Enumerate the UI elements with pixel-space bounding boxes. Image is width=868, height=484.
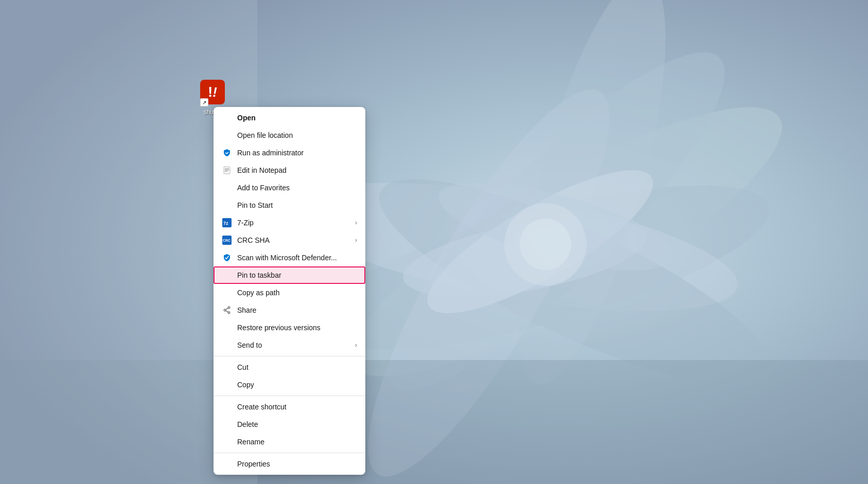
menu-item-scan-defender[interactable]: Scan with Microsoft Defender... — [214, 249, 365, 266]
app-icon-text: ! — [212, 84, 217, 100]
crc-sha-icon: CRC — [222, 235, 232, 245]
menu-separator-after-rename — [214, 453, 365, 453]
open-label: Open — [237, 114, 357, 122]
restore-versions-icon-empty — [222, 322, 232, 333]
properties-icon-empty — [222, 459, 232, 469]
menu-item-share[interactable]: Share — [214, 301, 365, 319]
menu-item-copy[interactable]: Copy — [214, 376, 365, 393]
menu-separator-after-copy — [214, 396, 365, 396]
rename-icon-empty — [222, 437, 232, 447]
svg-point-25 — [224, 309, 226, 311]
menu-item-copy-as-path[interactable]: Copy as path — [214, 284, 365, 301]
create-shortcut-icon-empty — [222, 402, 232, 412]
menu-item-pin-taskbar[interactable]: Pin to taskbar — [214, 266, 365, 284]
rename-label: Rename — [237, 438, 357, 446]
scan-defender-icon — [222, 253, 232, 263]
open-icon-empty — [222, 113, 232, 123]
menu-item-send-to[interactable]: Send to› — [214, 336, 365, 354]
menu-item-7zip[interactable]: 7z7-Zip› — [214, 214, 365, 231]
add-favorites-label: Add to Favorites — [237, 184, 357, 192]
svg-line-26 — [226, 308, 228, 310]
svg-text:7z: 7z — [223, 221, 228, 226]
svg-point-23 — [228, 307, 230, 309]
menu-separator-after-send-to — [214, 356, 365, 356]
svg-line-27 — [226, 311, 228, 312]
pin-to-start-label: Pin to Start — [237, 201, 357, 209]
cut-icon-empty — [222, 362, 232, 372]
7zip-icon: 7z — [222, 218, 232, 228]
crc-sha-arrow-icon: › — [355, 237, 357, 244]
crc-sha-label: CRC SHA — [237, 236, 350, 244]
send-to-label: Send to — [237, 341, 350, 349]
menu-item-pin-to-start[interactable]: Pin to Start — [214, 196, 365, 214]
menu-item-open-file-location[interactable]: Open file location — [214, 127, 365, 144]
desktop-icon-image: ! ↗ — [200, 80, 227, 106]
open-file-location-label: Open file location — [237, 131, 357, 139]
pin-taskbar-icon-empty — [222, 270, 232, 280]
delete-label: Delete — [237, 420, 357, 428]
share-icon — [222, 305, 232, 315]
delete-icon-empty — [222, 419, 232, 429]
menu-item-open[interactable]: Open — [214, 109, 365, 127]
menu-item-delete[interactable]: Delete — [214, 416, 365, 433]
send-to-arrow-icon: › — [355, 342, 357, 349]
edit-notepad-label: Edit in Notepad — [237, 166, 357, 174]
scan-defender-label: Scan with Microsoft Defender... — [237, 254, 357, 262]
menu-item-crc-sha[interactable]: CRCCRC SHA› — [214, 231, 365, 249]
share-label: Share — [237, 306, 357, 314]
pin-taskbar-label: Pin to taskbar — [237, 271, 357, 279]
send-to-icon-empty — [222, 340, 232, 350]
menu-item-cut[interactable]: Cut — [214, 358, 365, 376]
shortcut-arrow-icon: ↗ — [200, 98, 208, 106]
background-svg — [0, 0, 868, 484]
run-as-admin-label: Run as administrator — [237, 149, 357, 157]
open-file-location-icon-empty — [222, 130, 232, 140]
menu-item-create-shortcut[interactable]: Create shortcut — [214, 398, 365, 416]
menu-item-rename[interactable]: Rename — [214, 433, 365, 451]
restore-versions-label: Restore previous versions — [237, 324, 357, 332]
edit-notepad-icon — [222, 165, 232, 175]
menu-item-properties[interactable]: Properties — [214, 455, 365, 473]
create-shortcut-label: Create shortcut — [237, 403, 357, 411]
add-favorites-icon-empty — [222, 183, 232, 193]
copy-icon-empty — [222, 380, 232, 390]
context-menu: OpenOpen file locationRun as administrat… — [214, 107, 365, 475]
7zip-label: 7-Zip — [237, 219, 350, 227]
svg-point-24 — [228, 312, 230, 314]
svg-text:CRC: CRC — [223, 239, 231, 242]
cut-label: Cut — [237, 363, 357, 371]
svg-point-12 — [520, 219, 571, 270]
menu-item-run-as-admin[interactable]: Run as administrator — [214, 144, 365, 162]
menu-item-edit-notepad[interactable]: Edit in Notepad — [214, 162, 365, 179]
properties-label: Properties — [237, 460, 357, 468]
copy-as-path-icon-empty — [222, 288, 232, 298]
copy-as-path-label: Copy as path — [237, 289, 357, 297]
menu-item-restore-versions[interactable]: Restore previous versions — [214, 319, 365, 336]
pin-to-start-icon-empty — [222, 200, 232, 210]
run-as-admin-icon — [222, 148, 232, 158]
copy-label: Copy — [237, 381, 357, 389]
7zip-arrow-icon: › — [355, 219, 357, 226]
desktop-background — [0, 0, 868, 484]
menu-item-add-favorites[interactable]: Add to Favorites — [214, 179, 365, 196]
